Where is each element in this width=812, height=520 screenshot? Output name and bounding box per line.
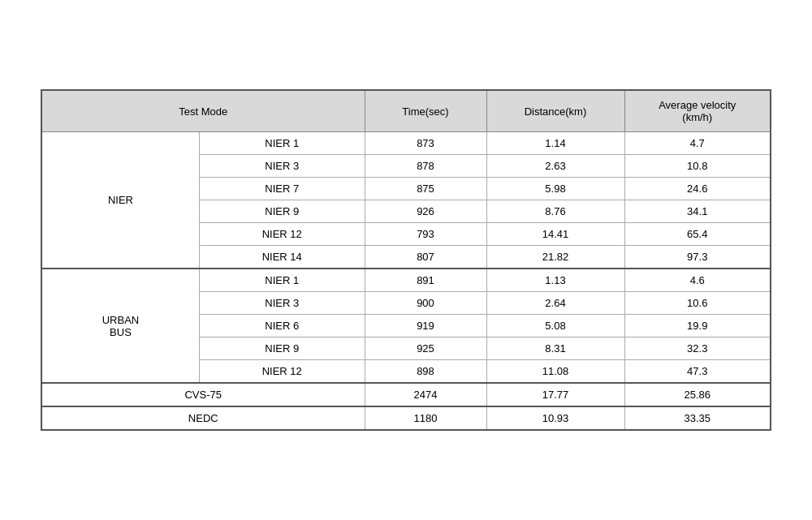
single-mode-cell: CVS-75 [41,383,365,406]
time-cell: 793 [365,223,486,246]
distance-cell: 5.98 [486,178,624,200]
sub-mode-cell: NIER 1 [199,269,365,292]
velocity-cell: 65.4 [624,223,771,246]
sub-mode-cell: NIER 3 [199,155,365,178]
distance-cell: 10.93 [486,406,624,430]
sub-mode-cell: NIER 1 [199,132,365,155]
velocity-cell: 34.1 [624,200,771,223]
velocity-cell: 4.6 [624,269,771,292]
velocity-cell: 33.35 [624,406,771,430]
velocity-cell: 97.3 [624,246,771,269]
distance-cell: 1.13 [486,269,624,292]
sub-mode-cell: NIER 9 [199,337,365,360]
sub-mode-cell: NIER 6 [199,315,365,337]
velocity-cell: 32.3 [624,337,771,360]
velocity-cell: 19.9 [624,315,771,337]
distance-cell: 17.77 [486,383,624,406]
group-label-1: URBANBUS [41,269,199,383]
time-cell: 878 [365,155,486,178]
sub-mode-cell: NIER 7 [199,178,365,200]
velocity-cell: 24.6 [624,178,771,200]
time-cell: 926 [365,200,486,223]
group-label-0: NIER [41,132,199,269]
distance-cell: 8.76 [486,200,624,223]
header-distance: Distance(km) [486,90,624,132]
time-cell: 925 [365,337,486,360]
time-cell: 898 [365,360,486,384]
data-table: Test Mode Time(sec) Distance(km) Average… [41,89,771,431]
time-cell: 875 [365,178,486,200]
sub-mode-cell: NIER 14 [199,246,365,269]
time-cell: 873 [365,132,486,155]
distance-cell: 8.31 [486,337,624,360]
table-wrapper: Test Mode Time(sec) Distance(km) Average… [41,89,771,431]
velocity-cell: 10.8 [624,155,771,178]
header-velocity: Average velocity (km/h) [624,90,771,132]
sub-mode-cell: NIER 12 [199,360,365,384]
table-row: NEDC118010.9333.35 [41,406,771,430]
sub-mode-cell: NIER 3 [199,292,365,315]
header-time: Time(sec) [365,90,486,132]
single-mode-cell: NEDC [41,406,365,430]
sub-mode-cell: NIER 12 [199,223,365,246]
velocity-cell: 25.86 [624,383,771,406]
distance-cell: 14.41 [486,223,624,246]
distance-cell: 2.64 [486,292,624,315]
header-test-mode: Test Mode [41,90,365,132]
velocity-cell: 4.7 [624,132,771,155]
distance-cell: 5.08 [486,315,624,337]
time-cell: 900 [365,292,486,315]
time-cell: 807 [365,246,486,269]
distance-cell: 2.63 [486,155,624,178]
distance-cell: 1.14 [486,132,624,155]
table-row: CVS-75247417.7725.86 [41,383,771,406]
velocity-cell: 10.6 [624,292,771,315]
time-cell: 2474 [365,383,486,406]
velocity-cell: 47.3 [624,360,771,384]
distance-cell: 11.08 [486,360,624,384]
time-cell: 891 [365,269,486,292]
distance-cell: 21.82 [486,246,624,269]
time-cell: 1180 [365,406,486,430]
sub-mode-cell: NIER 9 [199,200,365,223]
time-cell: 919 [365,315,486,337]
